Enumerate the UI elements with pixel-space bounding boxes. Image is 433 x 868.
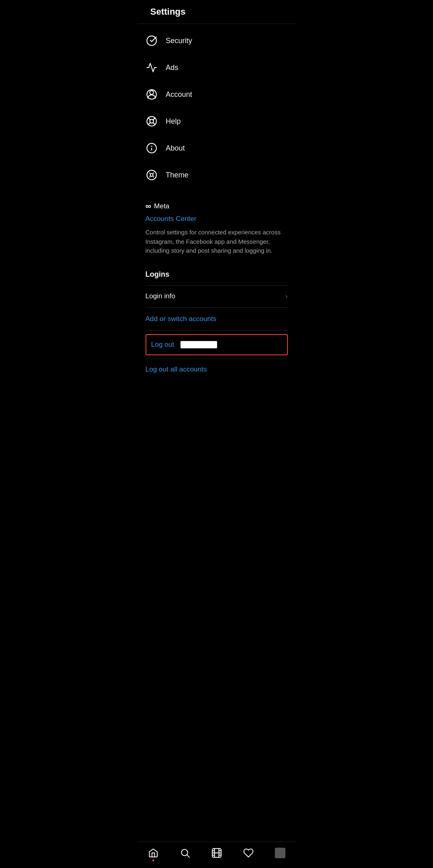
sidebar-item-ads[interactable]: Ads — [137, 54, 296, 81]
svg-point-18 — [153, 176, 154, 177]
login-info-label: Login info — [146, 292, 176, 300]
svg-line-6 — [153, 122, 155, 125]
sidebar-item-security[interactable]: Security — [137, 27, 296, 54]
chevron-right-icon: › — [285, 292, 288, 301]
settings-menu: Security Ads Account — [137, 24, 296, 192]
svg-line-5 — [148, 118, 150, 120]
svg-point-1 — [150, 91, 153, 94]
login-info-row[interactable]: Login info › — [146, 285, 288, 308]
svg-point-0 — [147, 36, 156, 45]
accounts-center-link[interactable]: Accounts Center — [146, 215, 288, 223]
logout-label: Log out — [151, 341, 174, 349]
sidebar-item-help[interactable]: Help — [137, 108, 296, 135]
svg-point-16 — [153, 173, 154, 174]
meta-logo-row: ∞ Meta — [146, 201, 288, 211]
theme-icon — [146, 169, 158, 181]
security-icon — [146, 35, 158, 47]
sidebar-item-theme[interactable]: Theme — [137, 162, 296, 188]
ads-label: Ads — [166, 63, 178, 72]
meta-description: Control settings for connected experienc… — [146, 228, 288, 256]
svg-point-17 — [149, 176, 150, 177]
svg-line-9 — [148, 122, 150, 125]
logout-all-link[interactable]: Log out all accounts — [146, 359, 288, 380]
svg-point-15 — [149, 173, 150, 174]
svg-line-8 — [153, 118, 154, 120]
help-label: Help — [166, 117, 181, 126]
meta-logo-text: Meta — [154, 202, 170, 210]
sidebar-item-about[interactable]: About — [137, 135, 296, 162]
header: Settings — [137, 0, 296, 24]
redacted-username — [181, 341, 217, 348]
logout-row[interactable]: Log out — [146, 334, 288, 355]
about-label: About — [166, 144, 185, 153]
meta-infinity-icon: ∞ — [146, 201, 151, 211]
logins-title: Logins — [146, 270, 288, 279]
sidebar-item-account[interactable]: Account — [137, 81, 296, 108]
logins-section: Logins Login info › Add or switch accoun… — [137, 262, 296, 380]
account-label: Account — [166, 90, 192, 99]
page-title: Settings — [150, 7, 186, 17]
ads-icon — [146, 61, 158, 74]
svg-point-14 — [150, 174, 153, 177]
about-icon — [146, 142, 158, 154]
svg-point-13 — [147, 170, 156, 179]
add-switch-accounts-link[interactable]: Add or switch accounts — [146, 308, 288, 331]
meta-section: ∞ Meta Accounts Center Control settings … — [137, 192, 296, 262]
account-icon — [146, 88, 158, 101]
help-icon — [146, 115, 158, 127]
security-label: Security — [166, 37, 192, 45]
theme-label: Theme — [166, 171, 189, 179]
